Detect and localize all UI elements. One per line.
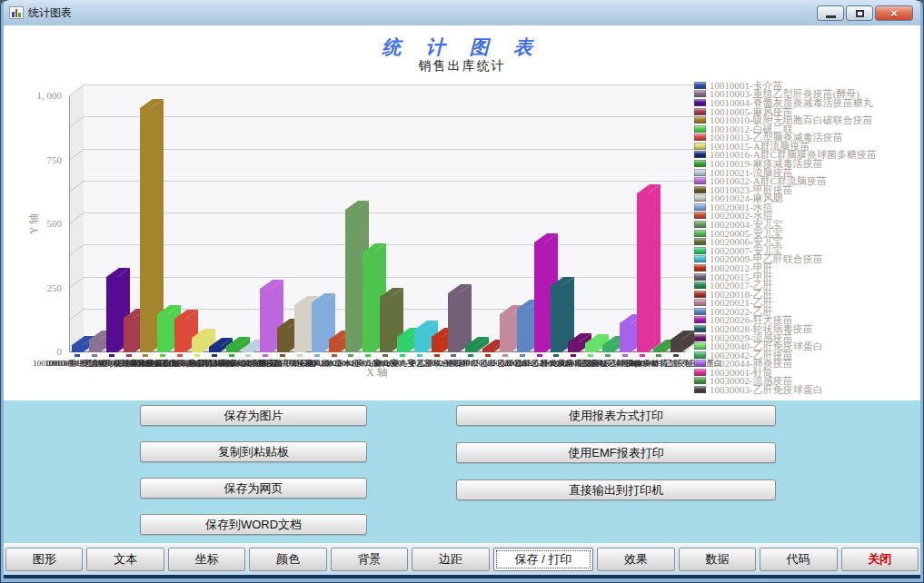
- y-tick-label: 0: [9, 346, 62, 357]
- action-button-right-1[interactable]: 使用EMF报表打印: [456, 442, 776, 463]
- bar-side-face: [648, 184, 661, 352]
- legend-swatch: [694, 386, 706, 393]
- bar: [106, 277, 117, 352]
- action-button-right-2[interactable]: 直接输出到打印机: [456, 479, 776, 500]
- bar: [192, 338, 203, 352]
- actions-panel: 保存为图片复制到粘贴板保存为网页保存到WORD文档使用报表方式打印使用EMF报表…: [4, 400, 920, 543]
- bottom-tabbar: 图形文本坐标颜色背景边距保存 / 打印效果数据代码关闭: [4, 543, 920, 578]
- bar: [653, 349, 664, 352]
- legend-swatch: [694, 369, 706, 376]
- bar: [534, 242, 545, 352]
- tab-保存 / 打印[interactable]: 保存 / 打印: [493, 548, 593, 571]
- y-tick-label: 250: [9, 282, 62, 293]
- legend-swatch: [694, 282, 706, 289]
- legend-swatch: [694, 99, 706, 106]
- tab-文本[interactable]: 文本: [86, 548, 164, 571]
- x-tick-mark: [229, 354, 234, 357]
- bar: [448, 293, 459, 352]
- legend-swatch: [694, 116, 706, 124]
- bar: [620, 323, 631, 352]
- legend-swatch: [694, 360, 706, 367]
- x-tick-mark: [160, 354, 165, 357]
- tab-数据[interactable]: 数据: [679, 548, 756, 571]
- chart-left-wall: [69, 85, 84, 352]
- tab-背景[interactable]: 背景: [331, 548, 408, 571]
- maximize-icon: [856, 10, 864, 17]
- tab-坐标[interactable]: 坐标: [168, 548, 245, 571]
- tab-关闭[interactable]: 关闭: [841, 548, 919, 571]
- y-tick-label: 750: [9, 154, 62, 165]
- bar: [89, 340, 100, 352]
- x-tick-mark: [673, 354, 679, 357]
- x-tick-mark: [212, 354, 217, 357]
- bar: [157, 314, 168, 352]
- gridline: [84, 181, 700, 182]
- legend-swatch: [694, 203, 706, 211]
- close-button[interactable]: ×: [875, 5, 913, 21]
- x-tick-mark: [280, 354, 285, 357]
- action-button-right-0[interactable]: 使用报表方式打印: [456, 405, 776, 426]
- bar: [500, 314, 511, 352]
- bar: [397, 337, 408, 352]
- minimize-icon: [826, 15, 836, 18]
- x-tick-mark: [485, 354, 491, 357]
- x-tick-mark: [365, 354, 371, 357]
- gridline: [69, 212, 84, 224]
- bar: [585, 343, 596, 352]
- x-tick-mark: [588, 354, 593, 357]
- x-tick-mark: [348, 354, 353, 357]
- bar: [465, 346, 476, 352]
- legend-swatch: [694, 125, 706, 133]
- legend-swatch: [694, 160, 706, 167]
- maximize-button[interactable]: [846, 5, 873, 21]
- y-axis-title: Y 轴: [26, 213, 42, 234]
- bar: [294, 305, 305, 352]
- x-tick-mark: [553, 354, 559, 357]
- x-tick-mark: [502, 354, 508, 357]
- x-tick-mark: [75, 354, 80, 357]
- x-tick-mark: [126, 354, 132, 357]
- x-tick-mark: [656, 354, 661, 357]
- gridline: [69, 276, 84, 288]
- legend-swatch: [694, 194, 706, 202]
- x-tick-mark: [194, 354, 200, 357]
- legend-swatch: [694, 291, 706, 298]
- legend-swatch: [694, 255, 706, 262]
- window-title: 统计图表: [28, 5, 72, 21]
- minimize-button[interactable]: [817, 5, 844, 21]
- x-tick-mark: [143, 354, 148, 357]
- bar: [174, 319, 185, 352]
- bar: [482, 349, 493, 352]
- y-tick-label: 1, 000: [9, 90, 62, 101]
- legend-swatch: [694, 342, 706, 350]
- x-tick-mark: [297, 354, 303, 357]
- legend-swatch: [694, 133, 706, 141]
- bar: [414, 330, 425, 352]
- x-tick-mark: [468, 354, 473, 357]
- legend-swatch: [694, 186, 706, 193]
- bar: [380, 297, 391, 352]
- legend-swatch: [694, 108, 706, 115]
- bar: [243, 349, 253, 352]
- tab-颜色[interactable]: 颜色: [249, 548, 326, 571]
- legend-swatch: [694, 308, 706, 315]
- action-button-left-1[interactable]: 复制到粘贴板: [140, 441, 367, 462]
- x-tick-mark: [417, 354, 422, 357]
- legend-swatch: [694, 90, 706, 97]
- legend-swatch: [694, 238, 706, 245]
- legend-label: 10030003-乙肝免疫球蛋白: [710, 385, 823, 394]
- tab-效果[interactable]: 效果: [597, 548, 674, 571]
- bar: [226, 346, 237, 352]
- close-icon: ×: [890, 6, 898, 20]
- tab-边距[interactable]: 边距: [412, 548, 489, 571]
- x-tick-mark: [245, 354, 251, 357]
- tab-代码[interactable]: 代码: [760, 548, 837, 571]
- x-tick-mark: [520, 354, 525, 357]
- action-button-left-2[interactable]: 保存为网页: [140, 478, 367, 499]
- legend-swatch: [694, 221, 706, 228]
- x-tick-mark: [434, 354, 440, 357]
- gridline: [69, 116, 84, 128]
- tab-图形[interactable]: 图形: [5, 548, 83, 571]
- action-button-left-3[interactable]: 保存到WORD文档: [140, 514, 367, 535]
- action-button-left-0[interactable]: 保存为图片: [140, 405, 367, 426]
